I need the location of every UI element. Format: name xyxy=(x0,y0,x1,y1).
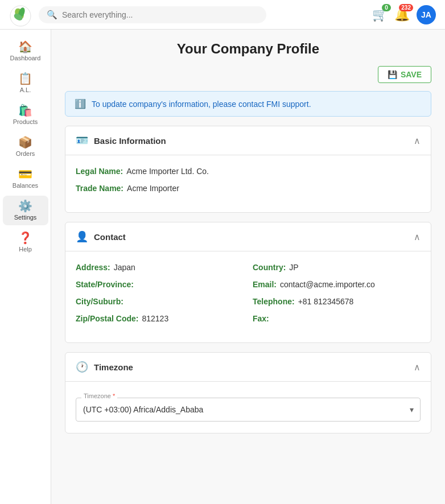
country-value: JP xyxy=(289,263,298,272)
contact-body: Address: Japan State/Province: City/Subu… xyxy=(65,251,431,342)
search-icon: 🔍 xyxy=(47,10,57,20)
telephone-row: Telephone: +81 812345678 xyxy=(253,297,421,306)
city-row: City/Suburb: xyxy=(76,297,244,306)
save-icon: 💾 xyxy=(388,70,397,79)
sidebar-item-al[interactable]: 📋 A.L. xyxy=(3,68,48,98)
info-banner: ℹ️ To update company's information, plea… xyxy=(65,91,431,117)
address-label: Address: xyxy=(76,263,110,272)
sidebar-item-label: Dashboard xyxy=(10,55,41,61)
sidebar-item-balances[interactable]: 💳 Balances xyxy=(3,164,48,193)
contact-header[interactable]: 👤 Contact ∧ xyxy=(65,222,431,251)
sidebar-item-dashboard[interactable]: 🏠 Dashboard xyxy=(3,36,48,66)
sidebar: 🏠 Dashboard 📋 A.L. 🛍️ Products 📦 Orders … xyxy=(0,30,51,504)
trade-name-row: Trade Name: Acme Importer xyxy=(76,184,421,193)
topbar: 🔍 🛒 0 🔔 232 JA xyxy=(0,0,445,30)
timezone-chevron: ∧ xyxy=(414,362,421,373)
country-label: Country: xyxy=(253,263,286,272)
telephone-label: Telephone: xyxy=(253,297,295,306)
basic-info-title: Basic Information xyxy=(94,136,166,146)
contact-grid: Address: Japan State/Province: City/Subu… xyxy=(76,263,421,331)
contact-icon: 👤 xyxy=(76,230,88,243)
timezone-section: 🕐 Timezone ∧ Timezone * (UTC +03:00) Afr… xyxy=(65,352,431,433)
timezone-field-label: Timezone * xyxy=(81,393,117,399)
info-message: To update company's information, please … xyxy=(92,100,311,109)
trade-name-value: Acme Importer xyxy=(127,184,179,193)
sidebar-item-label: Settings xyxy=(14,214,37,221)
main-layout: 🏠 Dashboard 📋 A.L. 🛍️ Products 📦 Orders … xyxy=(0,30,445,504)
address-value: Japan xyxy=(114,263,135,272)
info-icon: ℹ️ xyxy=(75,98,86,109)
contact-chevron: ∧ xyxy=(414,232,421,242)
contact-left: Address: Japan State/Province: City/Subu… xyxy=(76,263,244,331)
sidebar-item-label: Help xyxy=(19,246,32,253)
sidebar-item-label: Balances xyxy=(13,182,38,189)
telephone-value: +81 812345678 xyxy=(298,297,354,306)
legal-name-row: Legal Name: Acme Importer Ltd. Co. xyxy=(76,167,421,176)
fax-label: Fax: xyxy=(253,314,269,323)
legal-name-value: Acme Importer Ltd. Co. xyxy=(126,167,209,176)
sidebar-item-orders[interactable]: 📦 Orders xyxy=(3,132,48,162)
settings-icon: ⚙️ xyxy=(18,200,32,212)
dashboard-icon: 🏠 xyxy=(18,41,32,52)
state-row: State/Province: xyxy=(76,280,244,289)
save-button[interactable]: 💾 SAVE xyxy=(378,66,431,83)
timezone-select[interactable]: (UTC +03:00) Africa/Addis_Ababa (UTC +00… xyxy=(76,398,421,422)
search-input[interactable] xyxy=(62,10,258,19)
products-icon: 🛍️ xyxy=(18,105,32,116)
city-label: City/Suburb: xyxy=(76,297,123,306)
basic-info-section: 🪪 Basic Information ∧ Legal Name: Acme I… xyxy=(65,126,431,213)
email-row: Email: contact@acme.importer.co xyxy=(253,280,421,289)
orders-icon: 📦 xyxy=(18,137,32,148)
cart-badge: 0 xyxy=(382,4,391,11)
topbar-icons: 🛒 0 🔔 232 JA xyxy=(372,5,436,24)
zip-value: 812123 xyxy=(142,314,168,323)
cart-icon-button[interactable]: 🛒 0 xyxy=(372,7,388,22)
email-value: contact@acme.importer.co xyxy=(280,280,375,289)
legal-name-label: Legal Name: xyxy=(76,167,123,176)
basic-info-chevron: ∧ xyxy=(414,135,421,146)
help-icon: ❓ xyxy=(18,232,32,243)
sidebar-item-label: Orders xyxy=(16,150,35,157)
timezone-icon: 🕐 xyxy=(76,361,88,373)
sidebar-item-label: Products xyxy=(13,118,38,125)
country-row: Country: JP xyxy=(253,263,421,272)
logo xyxy=(9,5,30,25)
contact-right: Country: JP Email: contact@acme.importer… xyxy=(253,263,421,331)
page-title: Your Company Profile xyxy=(65,41,431,57)
timezone-header[interactable]: 🕐 Timezone ∧ xyxy=(65,353,431,382)
fax-row: Fax: xyxy=(253,314,421,323)
sidebar-item-label: A.L. xyxy=(20,86,31,93)
address-row: Address: Japan xyxy=(76,263,244,272)
al-icon: 📋 xyxy=(18,73,32,84)
content-area: Your Company Profile 💾 SAVE ℹ️ To update… xyxy=(51,30,445,504)
search-bar[interactable]: 🔍 xyxy=(39,6,266,23)
notification-badge: 232 xyxy=(399,4,413,11)
basic-info-body: Legal Name: Acme Importer Ltd. Co. Trade… xyxy=(65,155,431,212)
notification-icon-button[interactable]: 🔔 232 xyxy=(394,7,410,22)
timezone-title: Timezone xyxy=(94,362,133,372)
avatar[interactable]: JA xyxy=(417,5,436,24)
email-label: Email: xyxy=(253,280,277,289)
state-label: State/Province: xyxy=(76,280,134,289)
trade-name-label: Trade Name: xyxy=(76,184,123,193)
zip-row: Zip/Postal Code: 812123 xyxy=(76,314,244,323)
timezone-select-wrapper: Timezone * (UTC +03:00) Africa/Addis_Aba… xyxy=(76,398,421,422)
basic-info-header[interactable]: 🪪 Basic Information ∧ xyxy=(65,126,431,155)
contact-section: 👤 Contact ∧ Address: Japan State/Provinc… xyxy=(65,222,431,343)
sidebar-item-help[interactable]: ❓ Help xyxy=(3,228,48,257)
basic-info-icon: 🪪 xyxy=(76,134,88,147)
contact-title: Contact xyxy=(94,232,126,242)
balances-icon: 💳 xyxy=(18,168,32,180)
timezone-body: Timezone * (UTC +03:00) Africa/Addis_Aba… xyxy=(65,382,431,433)
sidebar-item-settings[interactable]: ⚙️ Settings xyxy=(3,196,48,225)
zip-label: Zip/Postal Code: xyxy=(76,314,138,323)
save-btn-row: 💾 SAVE xyxy=(65,66,431,83)
sidebar-item-products[interactable]: 🛍️ Products xyxy=(3,100,48,130)
